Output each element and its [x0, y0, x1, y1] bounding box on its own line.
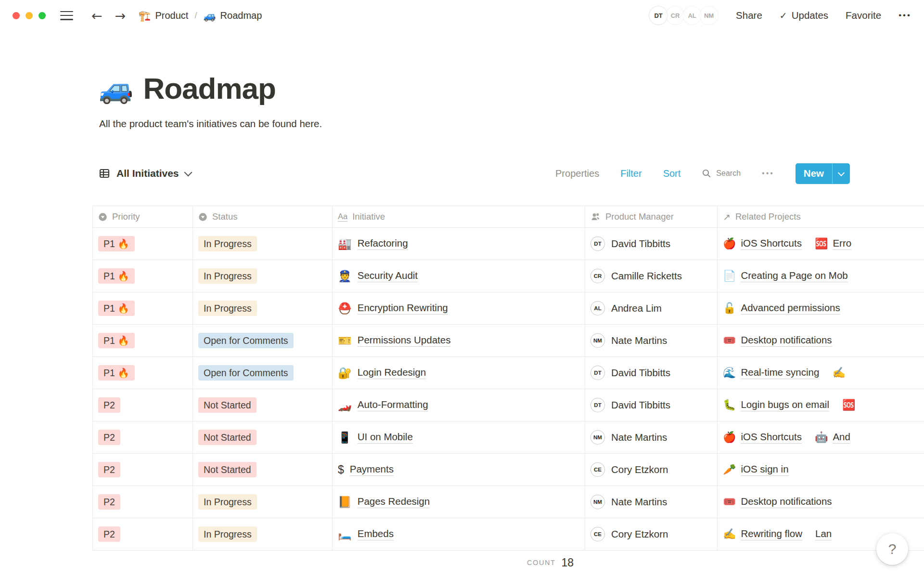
sidebar-menu-icon[interactable]: [60, 11, 73, 20]
priority-pill[interactable]: P1 🔥: [98, 365, 135, 381]
status-pill[interactable]: In Progress: [198, 494, 257, 510]
related-project-link[interactable]: 🥕iOS sign in: [723, 463, 789, 476]
initiative-page-link[interactable]: Auto-Formatting: [358, 399, 428, 411]
status-cell[interactable]: Not Started: [193, 389, 333, 421]
related-projects-cell[interactable]: 🍎iOS Shortcuts🆘Erro: [718, 228, 924, 260]
initiative-cell[interactable]: ⛑️ Encryption Rewriting: [333, 292, 585, 324]
more-options-icon[interactable]: •••: [898, 11, 911, 20]
breadcrumb-product[interactable]: 🏗️ Product: [138, 10, 188, 21]
initiative-cell[interactable]: 👮 Security Audit: [333, 260, 585, 292]
related-projects-cell[interactable]: 🔓Advanced permissions: [718, 292, 924, 324]
status-cell[interactable]: In Progress: [193, 260, 333, 292]
toolbar-more-icon[interactable]: •••: [762, 169, 774, 178]
priority-cell[interactable]: P2: [93, 518, 193, 550]
product-manager-cell[interactable]: DT David Tibbitts: [585, 228, 718, 260]
related-project-link[interactable]: ✍️: [832, 368, 850, 378]
status-cell[interactable]: In Progress: [193, 518, 333, 550]
priority-pill[interactable]: P2: [98, 430, 120, 445]
product-manager-cell[interactable]: NM Nate Martins: [585, 486, 718, 518]
related-projects-cell[interactable]: 🌊Real-time syncing✍️: [718, 357, 924, 389]
status-pill[interactable]: Not Started: [198, 462, 257, 477]
status-cell[interactable]: Open for Comments: [193, 357, 333, 389]
priority-pill[interactable]: P2: [98, 397, 120, 413]
status-cell[interactable]: Not Started: [193, 421, 333, 453]
forward-arrow-icon[interactable]: →: [115, 9, 126, 22]
initiative-page-link[interactable]: Security Audit: [358, 270, 418, 282]
status-pill[interactable]: In Progress: [198, 301, 257, 316]
page-icon-blue-car[interactable]: 🚙: [99, 75, 133, 103]
initiative-page-link[interactable]: Login Redesign: [358, 367, 426, 379]
status-pill[interactable]: In Progress: [198, 268, 257, 284]
priority-cell[interactable]: P1 🔥: [93, 292, 193, 324]
status-pill[interactable]: In Progress: [198, 236, 257, 251]
product-manager-cell[interactable]: CR Camille Ricketts: [585, 260, 718, 292]
related-project-link[interactable]: 🍎iOS Shortcuts: [723, 237, 802, 250]
related-project-link[interactable]: 📄Creating a Page on Mob: [723, 270, 848, 282]
product-manager-cell[interactable]: AL Andrea Lim: [585, 292, 718, 324]
related-project-link[interactable]: 🔓Advanced permissions: [723, 302, 840, 315]
new-button-chevron[interactable]: [833, 163, 850, 184]
close-window-button[interactable]: [13, 12, 20, 19]
priority-cell[interactable]: P2: [93, 421, 193, 453]
priority-cell[interactable]: P1 🔥: [93, 260, 193, 292]
initiative-page-link[interactable]: Permissions Updates: [358, 334, 451, 347]
column-header-priority[interactable]: Priority: [93, 206, 193, 227]
related-project-link[interactable]: ✍️Rewriting flow: [723, 528, 802, 540]
table-count-row[interactable]: COUNT 18: [92, 551, 924, 575]
related-project-link[interactable]: 🌊Real-time syncing: [723, 367, 819, 379]
initiative-page-link[interactable]: UI on Mobile: [358, 431, 413, 444]
priority-cell[interactable]: P2: [93, 389, 193, 421]
priority-cell[interactable]: P1 🔥: [93, 325, 193, 356]
related-projects-cell[interactable]: 🍎iOS Shortcuts🤖And: [718, 421, 924, 453]
column-header-status[interactable]: Status: [193, 206, 333, 227]
related-project-link[interactable]: 🆘Erro: [815, 237, 851, 250]
status-cell[interactable]: In Progress: [193, 486, 333, 518]
product-manager-cell[interactable]: CE Cory Etzkorn: [585, 518, 718, 550]
search-button[interactable]: Search: [702, 169, 741, 178]
related-projects-cell[interactable]: 🥕iOS sign in: [718, 454, 924, 486]
help-button[interactable]: ?: [876, 533, 908, 565]
status-pill[interactable]: Not Started: [198, 430, 257, 445]
priority-cell[interactable]: P2: [93, 486, 193, 518]
updates-button[interactable]: ✓ Updates: [780, 10, 828, 21]
initiative-cell[interactable]: 📱 UI on Mobile: [333, 421, 585, 453]
related-project-link[interactable]: 🎟️Desktop notifications: [723, 334, 832, 347]
initiative-page-link[interactable]: Payments: [350, 463, 394, 476]
status-cell[interactable]: Not Started: [193, 454, 333, 486]
related-projects-cell[interactable]: 🎟️Desktop notifications: [718, 325, 924, 356]
related-project-link[interactable]: Lan: [815, 528, 832, 540]
initiative-cell[interactable]: 🏎️ Auto-Formatting: [333, 389, 585, 421]
priority-pill[interactable]: P1 🔥: [98, 333, 135, 348]
back-arrow-icon[interactable]: ←: [91, 9, 103, 22]
zoom-window-button[interactable]: [38, 12, 46, 19]
initiative-page-link[interactable]: Pages Redesign: [358, 496, 430, 508]
product-manager-cell[interactable]: DT David Tibbitts: [585, 389, 718, 421]
initiative-page-link[interactable]: Embeds: [358, 528, 394, 540]
collaborator-avatar[interactable]: NM: [698, 5, 719, 26]
priority-pill[interactable]: P1 🔥: [98, 236, 135, 251]
initiative-cell[interactable]: 🔐 Login Redesign: [333, 357, 585, 389]
related-project-link[interactable]: 🎟️Desktop notifications: [723, 496, 832, 508]
status-cell[interactable]: Open for Comments: [193, 325, 333, 356]
product-manager-cell[interactable]: DT David Tibbitts: [585, 357, 718, 389]
share-button[interactable]: Share: [736, 10, 762, 21]
related-projects-cell[interactable]: 📄Creating a Page on Mob: [718, 260, 924, 292]
status-cell[interactable]: In Progress: [193, 292, 333, 324]
breadcrumb-roadmap[interactable]: 🚙 Roadmap: [203, 10, 262, 21]
priority-cell[interactable]: P1 🔥: [93, 357, 193, 389]
priority-pill[interactable]: P1 🔥: [98, 301, 135, 316]
new-button-label[interactable]: New: [796, 163, 832, 184]
product-manager-cell[interactable]: CE Cory Etzkorn: [585, 454, 718, 486]
priority-cell[interactable]: P1 🔥: [93, 228, 193, 260]
filter-button[interactable]: Filter: [620, 168, 642, 179]
column-header-related[interactable]: ↗Related Projects: [718, 206, 924, 227]
related-project-link[interactable]: 🍎iOS Shortcuts: [723, 431, 802, 444]
column-header-pm[interactable]: Product Manager: [585, 206, 718, 227]
column-header-initiative[interactable]: AaInitiative: [333, 206, 585, 227]
minimize-window-button[interactable]: [26, 12, 33, 19]
initiative-cell[interactable]: 📙 Pages Redesign: [333, 486, 585, 518]
priority-pill[interactable]: P2: [98, 526, 120, 542]
initiative-cell[interactable]: 🏭 Refactoring: [333, 228, 585, 260]
sort-button[interactable]: Sort: [663, 168, 681, 179]
initiative-page-link[interactable]: Encryption Rewriting: [358, 302, 448, 315]
